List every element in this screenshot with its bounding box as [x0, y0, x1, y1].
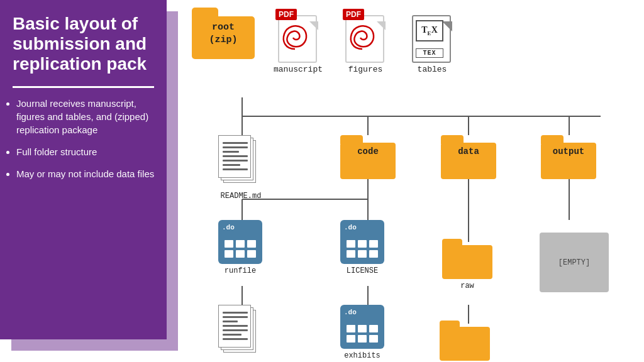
do-cell [347, 335, 355, 343]
tex-corner [442, 21, 452, 31]
constructed-folder-body [440, 321, 490, 361]
pdf-badge-1: PDF [275, 9, 297, 20]
do-cell [358, 250, 367, 258]
bullet-2: Full folder structure [16, 145, 155, 158]
readme-line [223, 146, 248, 148]
pdf-badge-2: PDF [343, 9, 364, 20]
raw-folder-body [442, 239, 492, 279]
readme-icon: README.md [218, 135, 264, 200]
do-cell [347, 240, 355, 248]
readme-line [223, 160, 248, 162]
pdf-corner-2 [377, 21, 386, 30]
makedata-label: LICENSE [347, 266, 378, 275]
license-line-short [223, 321, 238, 322]
root-folder-icon: root(zip) [192, 8, 255, 59]
readme-label: README.md [221, 192, 262, 200]
do-cell [358, 325, 367, 332]
tex-inner-box: TEX [416, 20, 443, 41]
license-line [223, 338, 248, 340]
license-lines [223, 312, 248, 343]
main-area: root(zip) PDF manuscript P [179, 0, 644, 362]
figures-pdf-body: PDF [341, 8, 389, 63]
do-cell [369, 335, 378, 343]
manuscript-pdf-body: PDF [274, 8, 322, 63]
license-line [223, 325, 248, 327]
slide-title: Basic layout of submission and replicati… [0, 0, 167, 86]
manuscript-label: manuscript [274, 65, 323, 74]
code-folder-icon: code [340, 135, 396, 179]
output-folder-body: output [541, 135, 596, 179]
top-icons-row: root(zip) PDF manuscript P [192, 8, 456, 74]
bullet-list: Journal receives manuscript, figures and… [0, 97, 167, 180]
makedata-do-badge: .do [344, 224, 357, 231]
data-folder-text: data [441, 146, 496, 156]
license-line-short [223, 334, 242, 336]
runfile-do-badge: .do [222, 224, 235, 231]
tables-label: tables [418, 65, 447, 74]
do-cell [347, 325, 355, 332]
readme-doc-body [218, 135, 264, 189]
left-panel: Basic layout of submission and replicati… [0, 0, 195, 362]
do-cell [369, 250, 378, 258]
license-doc-body [218, 305, 264, 359]
do-cell [347, 250, 355, 258]
title-divider [13, 86, 154, 88]
license-page-1 [218, 305, 251, 348]
code-folder-text: code [340, 146, 396, 156]
readme-line [223, 155, 248, 157]
root-folder-body: root(zip) [192, 8, 255, 59]
raw-folder-label: raw [460, 282, 474, 290]
runfile-label: runfile [225, 266, 256, 275]
output-folder-text: output [541, 146, 596, 156]
do-cell [225, 250, 233, 258]
exhibits-icon: .do exhibits [340, 305, 384, 360]
acrobat-swirl-2 [347, 21, 378, 52]
do-cell [247, 240, 256, 248]
acrobat-swirl-1 [279, 21, 311, 52]
readme-line [223, 142, 248, 144]
pdf-corner-1 [309, 21, 318, 30]
tables-tex-body: TEX TEX [408, 8, 456, 63]
readme-line [223, 168, 248, 170]
exhibits-label: exhibits [344, 351, 380, 360]
do-cell [236, 240, 245, 248]
tex-badge: TEX [416, 48, 443, 58]
raw-folder-icon: raw [442, 239, 492, 290]
do-cell [369, 325, 378, 332]
left-panel-main: Basic layout of submission and replicati… [0, 0, 167, 339]
output-folder-icon: output [541, 135, 596, 179]
do-cell [358, 335, 367, 343]
license-icon: makedata [218, 305, 264, 362]
runfile-do-body: .do [218, 220, 262, 264]
output-empty-body: [EMPTY] [540, 233, 609, 292]
manuscript-pdf-icon: PDF manuscript [274, 8, 323, 74]
code-folder-body: code [340, 135, 396, 179]
bullet-1: Journal receives manuscript, figures and… [16, 97, 155, 136]
tree-diagram: README.md code data output .do [179, 97, 644, 355]
readme-lines [223, 142, 248, 173]
figures-label: figures [348, 65, 383, 74]
tables-tex-icon: TEX TEX tables [408, 8, 456, 74]
output-empty-label: [EMPTY] [558, 258, 590, 267]
data-folder-body: data [441, 135, 496, 179]
license-line [223, 316, 248, 318]
runfile-icon: .do runfile [218, 220, 262, 275]
makedata-icon: .do LICENSE [340, 220, 384, 275]
makedata-do-body: .do [340, 220, 384, 264]
do-cell [369, 240, 378, 248]
tex-text: TEX [421, 25, 437, 36]
do-cell [225, 240, 233, 248]
bullet-3: May or may not include data files [16, 167, 155, 180]
root-folder-label: root(zip) [192, 21, 255, 46]
constructed-folder-icon: constructed [440, 321, 490, 362]
data-folder-icon: data [441, 135, 496, 179]
do-cell [247, 250, 256, 258]
exhibits-do-badge: .do [344, 309, 357, 316]
license-line [223, 312, 248, 314]
output-empty-box: [EMPTY] [540, 233, 609, 292]
readme-page-1 [218, 135, 251, 178]
exhibits-do-body: .do [340, 305, 384, 349]
figures-pdf-icon: PDF figures [341, 8, 389, 74]
do-cell [236, 250, 245, 258]
do-cell [358, 240, 367, 248]
